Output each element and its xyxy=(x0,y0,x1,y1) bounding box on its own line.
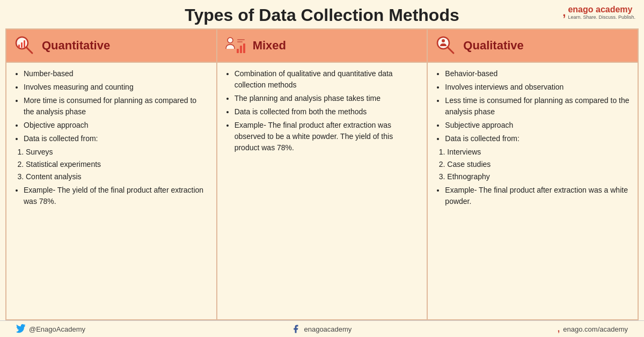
twitter-handle: @EnagoAcademy xyxy=(29,325,85,333)
svg-line-12 xyxy=(448,47,453,53)
list-item: Statistical experiments xyxy=(26,159,209,170)
list-item: Subjective approach xyxy=(445,120,630,131)
footer: @EnagoAcademy enagoacademy , enago.com/a… xyxy=(0,320,644,337)
list-item: Surveys xyxy=(26,146,209,158)
list-item: The planning and analysis phase takes ti… xyxy=(235,93,420,104)
svg-rect-8 xyxy=(243,43,245,53)
col-body-mixed: Combination of qualitative and quantitat… xyxy=(217,63,427,319)
col-body-qualitative: Behavior-based Involves interviews and o… xyxy=(428,63,638,319)
list-item: Behavior-based xyxy=(445,68,630,79)
list-item: Example- The final product after extract… xyxy=(235,120,420,153)
website-comma: , xyxy=(558,324,560,334)
facebook-icon xyxy=(291,324,301,334)
svg-point-5 xyxy=(228,38,233,43)
logo-brand: enago academy xyxy=(568,4,635,14)
quantitative-icon xyxy=(13,34,36,57)
facebook-page: enagoacademy xyxy=(304,325,352,333)
page-wrapper: Types of Data Collection Methods , enago… xyxy=(0,0,644,337)
svg-rect-2 xyxy=(18,45,20,48)
svg-point-13 xyxy=(442,39,445,42)
col-mixed: Mixed Combination of qualitative and qua… xyxy=(217,30,428,319)
logo: , enago academy Learn. Share. Discuss. P… xyxy=(562,4,635,20)
list-item: Interviews xyxy=(447,146,630,158)
list-item: Number-based xyxy=(24,68,209,79)
list-item: Example- The yield of the final product … xyxy=(24,185,209,207)
col-header-qualitative: Qualitative xyxy=(428,30,638,63)
footer-twitter: @EnagoAcademy xyxy=(16,324,85,334)
col-title-quantitative: Quantitative xyxy=(42,39,110,53)
header: Types of Data Collection Methods , enago… xyxy=(0,0,644,28)
svg-rect-3 xyxy=(21,42,23,48)
list-item: Example- The final product after extract… xyxy=(445,185,630,207)
col-body-quantitative: Number-based Involves measuring and coun… xyxy=(6,63,216,319)
logo-comma: , xyxy=(562,5,566,19)
columns-container: Quantitative Number-based Involves measu… xyxy=(5,28,639,320)
col-title-mixed: Mixed xyxy=(253,39,286,53)
page-title: Types of Data Collection Methods xyxy=(185,5,459,25)
footer-facebook: enagoacademy xyxy=(291,324,352,334)
list-item: Objective approach xyxy=(24,120,209,131)
logo-tagline: Learn. Share. Discuss. Publish. xyxy=(568,14,635,20)
col-header-mixed: Mixed xyxy=(217,30,427,63)
footer-website: , enago.com/academy xyxy=(558,324,628,334)
col-header-quantitative: Quantitative xyxy=(6,30,216,63)
qualitative-icon xyxy=(434,34,458,57)
svg-rect-6 xyxy=(237,49,239,53)
svg-rect-7 xyxy=(240,46,242,53)
list-item: Content analysis xyxy=(26,171,209,182)
logo-text: enago academy Learn. Share. Discuss. Pub… xyxy=(568,4,635,20)
list-item: More time is consumed for planning as co… xyxy=(24,95,209,118)
list-item: Involves interviews and observation xyxy=(445,82,630,93)
svg-rect-9 xyxy=(237,39,245,40)
list-item: Data is collected from: xyxy=(24,133,209,144)
list-item: Ethnography xyxy=(447,171,630,182)
list-item: Combination of qualitative and quantitat… xyxy=(235,68,420,91)
svg-rect-4 xyxy=(24,40,25,48)
col-qualitative: Qualitative Behavior-based Involves inte… xyxy=(428,30,638,319)
list-item: Data is collected from: xyxy=(445,133,630,144)
list-item: Data is collected from both the methods xyxy=(235,106,420,118)
col-title-qualitative: Qualitative xyxy=(463,39,523,53)
list-item: Involves measuring and counting xyxy=(24,82,209,93)
svg-rect-10 xyxy=(237,41,243,42)
list-item: Case studies xyxy=(447,159,630,170)
twitter-icon xyxy=(16,324,26,334)
mixed-icon xyxy=(224,34,247,57)
col-quantitative: Quantitative Number-based Involves measu… xyxy=(6,30,217,319)
svg-line-1 xyxy=(26,47,32,53)
list-item: Less time is consumed for planning as co… xyxy=(445,95,630,118)
website-url: enago.com/academy xyxy=(563,325,628,333)
